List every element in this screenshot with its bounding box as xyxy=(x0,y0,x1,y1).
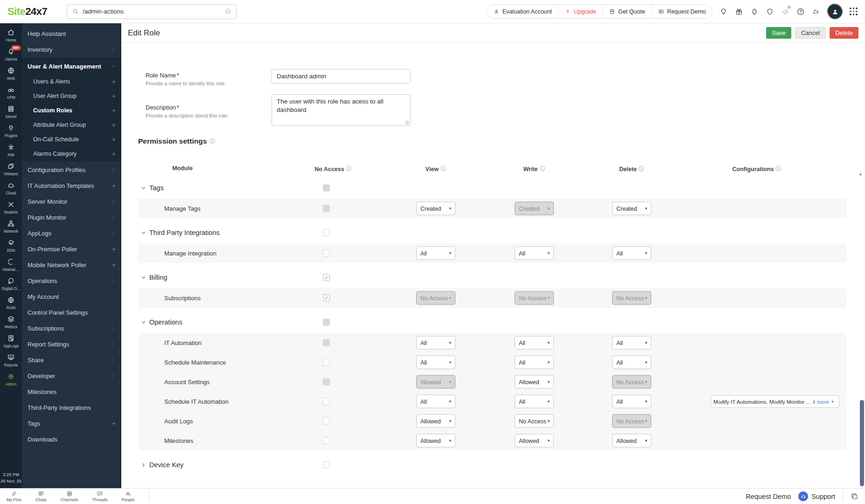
sidebar-item-applogs[interactable]: AppLogs xyxy=(22,225,121,241)
request-demo-button[interactable]: Request Demo xyxy=(651,5,712,18)
rail-item-web[interactable]: Web xyxy=(0,64,22,83)
sidebar-item-milestones[interactable]: Milestones xyxy=(22,384,121,400)
rail-item-home[interactable]: Home xyxy=(0,26,22,45)
plus-icon[interactable]: + xyxy=(112,150,116,158)
avatar[interactable] xyxy=(827,4,843,19)
view-select[interactable]: All▼ xyxy=(416,247,455,260)
request-demo-link[interactable]: Request Demo xyxy=(746,493,791,500)
rail-item-akamai[interactable]: Akamai ... xyxy=(0,255,22,275)
write-select[interactable]: All▼ xyxy=(515,247,554,260)
plus-icon[interactable]: + xyxy=(112,245,116,253)
plus-icon[interactable]: + xyxy=(112,78,116,85)
section-third-party-integrations[interactable]: Third Party Integrations xyxy=(138,222,846,243)
sidebar-item-third-party-integrations[interactable]: Third-Party Integrations xyxy=(22,400,121,415)
sidebar-item-on-call-schedule[interactable]: On-Call Schedule+ xyxy=(22,132,121,146)
view-select[interactable]: All▼ xyxy=(416,395,455,408)
rail-item-k8s[interactable]: K8s xyxy=(0,141,22,160)
write-select[interactable]: All▼ xyxy=(515,336,554,350)
rail-item-server[interactable]: Server xyxy=(0,103,22,122)
rail-item-network[interactable]: Network xyxy=(0,217,22,236)
copy-icon[interactable] xyxy=(851,492,858,500)
resize-grip-icon[interactable] xyxy=(405,121,409,124)
configurations-select[interactable]: Modify IT Automations, Modify Monitor ..… xyxy=(711,395,839,408)
plus-icon[interactable]: + xyxy=(112,261,116,269)
clear-search-icon[interactable] xyxy=(224,8,231,15)
bottom-bar-my-pins[interactable]: My Pins xyxy=(7,490,21,502)
save-button[interactable]: Save xyxy=(766,27,791,39)
no-access-checkbox[interactable] xyxy=(323,250,330,257)
sidebar-item-user-alert-management[interactable]: User & Alert Management xyxy=(22,58,121,74)
bell-icon[interactable] xyxy=(750,7,759,16)
no-access-checkbox[interactable] xyxy=(323,437,330,444)
delete-select[interactable]: Allowed▼ xyxy=(612,434,651,448)
global-search[interactable] xyxy=(67,4,237,19)
delete-select[interactable]: All▼ xyxy=(612,336,651,350)
view-select[interactable]: Allowed▼ xyxy=(416,414,455,428)
section-billing[interactable]: Billing xyxy=(138,267,846,288)
sidebar-item-developer[interactable]: Developer xyxy=(22,368,121,384)
cancel-button[interactable]: Cancel xyxy=(795,27,826,39)
bottom-bar-chats[interactable]: Chats xyxy=(35,490,47,502)
info-icon[interactable]: ⓘ xyxy=(540,165,545,173)
sidebar-item-configuration-profiles[interactable]: Configuration Profiles xyxy=(22,162,121,178)
plus-icon[interactable]: + xyxy=(112,107,116,114)
no-access-checkbox[interactable] xyxy=(323,229,330,236)
rail-item-applogs[interactable]: AppLogs xyxy=(0,332,22,351)
upgrade-button[interactable]: Upgrade xyxy=(558,5,602,18)
megaphone-icon[interactable] xyxy=(781,7,789,16)
no-access-checkbox[interactable] xyxy=(323,418,330,425)
sidebar-item-help-assistant[interactable]: Help Assistant xyxy=(22,26,121,41)
view-select[interactable]: All▼ xyxy=(416,336,455,350)
plus-icon[interactable]: + xyxy=(112,121,116,129)
no-access-checkbox[interactable] xyxy=(323,398,330,405)
write-select[interactable]: All▼ xyxy=(515,395,554,408)
no-access-checkbox[interactable] xyxy=(323,319,330,326)
scrollbar-up-arrow[interactable]: ▲ xyxy=(858,172,863,176)
rail-item-metrics[interactable]: Metrics xyxy=(0,313,22,332)
write-select[interactable]: Allowed▼ xyxy=(515,375,554,389)
section-device-key[interactable]: Device Key xyxy=(138,454,846,476)
no-access-checkbox[interactable] xyxy=(323,295,330,302)
scrollbar-thumb[interactable] xyxy=(860,400,864,486)
delete-button[interactable]: Delete xyxy=(830,27,858,39)
plus-icon[interactable]: + xyxy=(112,182,116,189)
sidebar-item-subscriptions[interactable]: Subscriptions xyxy=(22,320,121,336)
search-input[interactable] xyxy=(83,8,221,15)
badge-icon[interactable] xyxy=(766,7,774,16)
info-icon[interactable]: ⓘ xyxy=(775,165,781,173)
plus-icon[interactable]: + xyxy=(112,92,116,100)
info-icon[interactable]: ⓘ xyxy=(346,165,352,173)
no-access-checkbox[interactable] xyxy=(323,339,330,346)
view-select[interactable]: All▼ xyxy=(416,356,455,369)
write-select[interactable]: Allowed▼ xyxy=(515,434,554,448)
gift-icon[interactable] xyxy=(735,7,743,16)
no-access-checkbox[interactable] xyxy=(323,359,330,366)
bulb-icon[interactable] xyxy=(719,7,728,16)
rail-item-alarms[interactable]: 99+Alarms xyxy=(0,45,22,64)
more-configurations-link[interactable]: 4 more xyxy=(812,399,829,404)
rail-item-rum[interactable]: RUM xyxy=(0,294,22,313)
sidebar-item-alarms-category[interactable]: Alarms Category+ xyxy=(22,146,121,161)
sidebar-item-report-settings[interactable]: Report Settings xyxy=(22,336,121,352)
write-select[interactable]: No Access▼ xyxy=(515,414,554,428)
no-access-checkbox[interactable] xyxy=(323,274,330,281)
delete-select[interactable]: All▼ xyxy=(612,247,651,260)
info-icon[interactable]: ⓘ xyxy=(440,165,446,173)
sidebar-item-attribute-alert-group[interactable]: Attribute Alert Group+ xyxy=(22,117,121,132)
sidebar-item-tags[interactable]: Tags+ xyxy=(22,415,121,431)
plus-icon[interactable]: + xyxy=(112,420,116,427)
bottom-bar-threads[interactable]: Threads xyxy=(92,490,108,502)
app-grid-icon[interactable] xyxy=(850,7,858,15)
info-icon[interactable]: ⓘ xyxy=(639,165,644,173)
delete-select[interactable]: Created▼ xyxy=(612,202,651,215)
support-button[interactable]: Support xyxy=(798,491,835,501)
view-select[interactable]: Created▼ xyxy=(416,202,455,215)
rail-item-sdn[interactable]: SDN xyxy=(0,236,22,255)
sidebar-item-share[interactable]: Share xyxy=(22,352,121,368)
sidebar-item-inventory[interactable]: Inventory xyxy=(22,41,121,57)
sidebar-item-downloads[interactable]: Downloads xyxy=(22,431,121,447)
no-access-checkbox[interactable] xyxy=(323,205,330,212)
plus-icon[interactable]: + xyxy=(112,136,116,143)
sidebar-item-users-alerts[interactable]: Users & Alerts+ xyxy=(22,74,121,89)
rail-item-reports[interactable]: Reports xyxy=(0,351,22,370)
